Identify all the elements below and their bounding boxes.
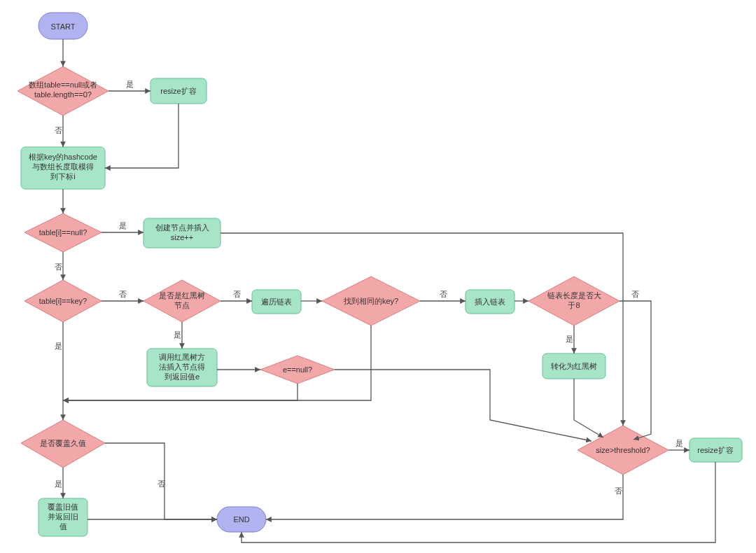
process-traverse-list: 遍历链表	[252, 290, 301, 314]
start-node: START	[38, 13, 88, 39]
d8-label: 是否覆盖久值	[40, 439, 86, 447]
end-node: END	[217, 507, 266, 532]
p6-text2: 法插入节点得	[159, 363, 205, 371]
d9-label: size>threshold?	[596, 446, 650, 454]
p5-label: 插入链表	[475, 298, 505, 306]
lbl-yes-9: 是	[676, 439, 683, 447]
p2-text3: 到下标i	[50, 172, 75, 181]
d4-text1: 是否是红黑树	[159, 291, 205, 300]
lbl-no-3: 否	[119, 290, 127, 298]
decision-threshold: size>threshold?	[578, 426, 668, 475]
p9-text3: 值	[59, 522, 67, 531]
lbl-no-1: 否	[55, 126, 62, 134]
end-label: END	[233, 515, 249, 524]
process-resize-1: resize扩容	[150, 78, 206, 104]
p4-label: 遍历链表	[261, 298, 292, 306]
d1-text2: table.length==0?	[34, 90, 92, 99]
lbl-yes-4: 是	[174, 330, 181, 339]
lbl-no-8: 否	[158, 479, 165, 488]
decision-override: 是否覆盖久值	[21, 420, 105, 468]
p8-label: resize扩容	[697, 446, 733, 454]
p7-label: 转化为红黑树	[551, 362, 597, 370]
p3-text2: size++	[171, 233, 193, 241]
lbl-yes-2: 是	[119, 221, 127, 230]
p9-text2: 并返回旧	[48, 512, 78, 521]
lbl-yes-1: 是	[126, 80, 134, 88]
lbl-yes-3: 是	[55, 342, 62, 350]
p2-text1: 根据key的hashcode	[29, 153, 97, 161]
lbl-no-2: 否	[55, 262, 62, 271]
flowchart-canvas: START resize扩容 table[i]==null? table[i]=…	[0, 0, 756, 553]
d6-text2: 于8	[568, 301, 580, 309]
d4-text2: 节点	[174, 301, 190, 309]
d2-label: table[i]==null?	[39, 228, 88, 237]
lbl-yes-6: 是	[566, 335, 573, 343]
decision-tablei-null: table[i]==null?	[24, 214, 102, 252]
d5-label: 找到相同的key?	[343, 297, 398, 305]
d1-text1: 数组table==null或者	[29, 80, 97, 89]
p9-text1: 覆盖旧值	[48, 503, 78, 511]
lbl-no-6: 否	[631, 290, 639, 298]
start-label: START	[50, 22, 75, 31]
process-to-rbtree: 转化为红黑树	[542, 354, 606, 379]
decision-tablei-key: table[i]==key?	[24, 280, 102, 322]
d6-text1: 链表长度是否大	[547, 291, 601, 300]
d3-label: table[i]==key?	[39, 297, 88, 305]
process-resize-2: resize扩容	[690, 438, 742, 462]
p6-text1: 调用红黑树方	[159, 353, 205, 361]
p2-text2: 与数组长度取模得	[32, 162, 94, 171]
decision-e-null: e==null?	[260, 356, 335, 384]
d7-label: e==null?	[283, 365, 312, 374]
p3-text1: 创建节点并插入	[155, 223, 209, 232]
lbl-yes-8: 是	[55, 479, 62, 488]
decision-found-key: 找到相同的key?	[322, 276, 420, 326]
p6-text3: 到返回值e	[164, 372, 200, 381]
lbl-no-9: 否	[615, 486, 622, 495]
p1-label: resize扩容	[160, 87, 196, 95]
lbl-no-4: 否	[233, 290, 241, 298]
lbl-no-5: 否	[440, 290, 447, 298]
process-insert-list: 插入链表	[465, 290, 514, 314]
